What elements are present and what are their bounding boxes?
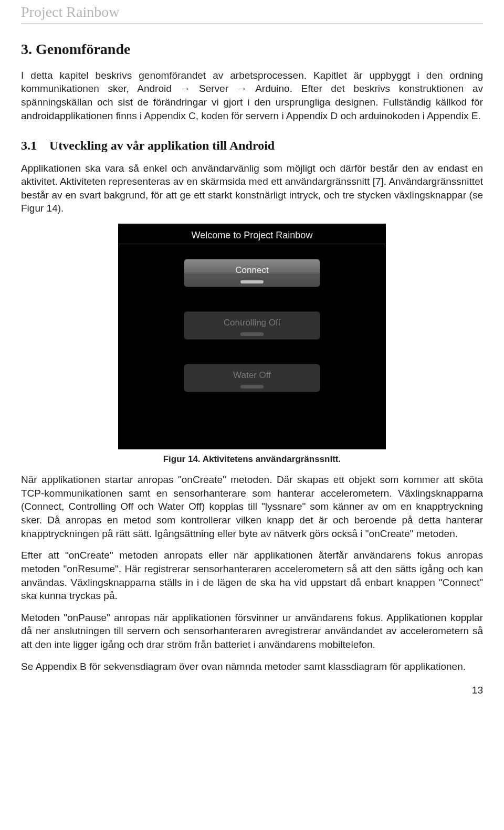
- section-heading: 3. Genomförande: [21, 39, 483, 59]
- section-number: 3.: [21, 41, 32, 57]
- water-button-label: Water Off: [233, 370, 271, 380]
- controlling-button-label: Controlling Off: [224, 318, 280, 328]
- controlling-button: Controlling Off: [184, 311, 320, 340]
- figure: Welcome to Project Rainbow Connect Contr…: [21, 224, 483, 449]
- water-button: Water Off: [184, 364, 320, 392]
- paragraph: Efter att "onCreate" metoden anropats el…: [21, 549, 483, 603]
- paragraph: Metoden "onPause" anropas när applikatio…: [21, 611, 483, 652]
- paragraph: Applikationen ska vara så enkel och anvä…: [21, 162, 483, 216]
- paragraph: När applikationen startar anropas "onCre…: [21, 473, 483, 540]
- toggle-indicator-icon: [240, 280, 264, 283]
- section-title: Genomförande: [36, 41, 130, 57]
- paragraph: Se Appendix B för sekvensdiagram över ov…: [21, 660, 483, 674]
- connect-button-label: Connect: [235, 265, 268, 275]
- connect-button: Connect: [184, 259, 320, 287]
- android-screenshot: Welcome to Project Rainbow Connect Contr…: [118, 224, 386, 449]
- page-header: Project Rainbow: [21, 0, 483, 24]
- toggle-indicator-icon: [240, 385, 264, 388]
- subsection-title: Utveckling av vår applikation till Andro…: [49, 139, 275, 152]
- android-app-title: Welcome to Project Rainbow: [118, 226, 386, 244]
- subsection-number: 3.1: [21, 137, 49, 154]
- toggle-indicator-icon: [240, 332, 264, 336]
- page-number: 13: [21, 684, 483, 697]
- figure-caption: Figur 14. Aktivitetens användargränssnit…: [21, 454, 483, 466]
- subsection-heading: 3.1Utveckling av vår applikation till An…: [21, 137, 483, 154]
- paragraph: I detta kapitel beskrivs genomförandet a…: [21, 69, 483, 123]
